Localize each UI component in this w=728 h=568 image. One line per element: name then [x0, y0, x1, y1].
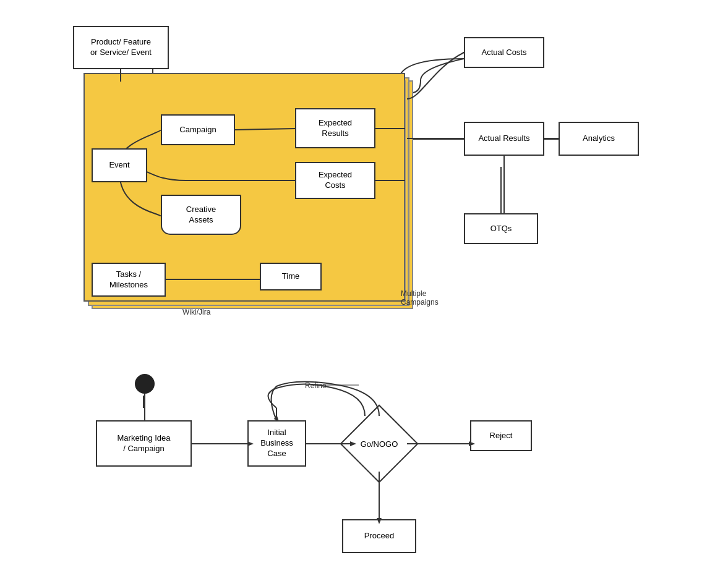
- event-label: Event: [109, 160, 129, 171]
- proceed-box: Proceed: [342, 519, 416, 553]
- initial-business-case-box: InitialBusinessCase: [247, 420, 306, 467]
- marketing-idea-label: Marketing Idea/ Campaign: [118, 433, 171, 454]
- diagram-container: Product/ Featureor Service/ Event Campai…: [0, 0, 728, 568]
- product-label: Product/ Featureor Service/ Event: [90, 37, 152, 58]
- actual-costs-label: Actual Costs: [482, 48, 527, 58]
- expected-costs-box: ExpectedCosts: [295, 162, 375, 199]
- initial-business-case-label: InitialBusinessCase: [260, 428, 293, 459]
- creative-assets-label: CreativeAssets: [186, 205, 216, 226]
- time-label: Time: [282, 271, 299, 282]
- reject-box: Reject: [470, 420, 532, 451]
- marketing-idea-box: Marketing Idea/ Campaign: [96, 420, 192, 467]
- product-box: Product/ Featureor Service/ Event: [73, 26, 169, 69]
- expected-results-label: ExpectedResults: [319, 118, 352, 139]
- wiki-jira-label: Wiki/Jira: [182, 308, 210, 316]
- campaign-box: Campaign: [161, 114, 235, 145]
- actual-costs-box: Actual Costs: [464, 37, 544, 68]
- go-nogo-label: Go/NOGO: [351, 416, 407, 472]
- multiple-campaigns-label: MultipleCampaigns: [401, 289, 439, 307]
- otqs-box: OTQs: [464, 213, 538, 244]
- time-box: Time: [260, 263, 322, 290]
- actual-results-box: Actual Results: [464, 122, 544, 156]
- event-box: Event: [92, 148, 147, 182]
- otqs-label: OTQs: [490, 224, 512, 234]
- actual-results-label: Actual Results: [478, 134, 529, 144]
- start-circle: [135, 374, 155, 394]
- creative-assets-box: CreativeAssets: [161, 195, 241, 235]
- campaign-label: Campaign: [179, 125, 216, 135]
- reject-label: Reject: [490, 431, 513, 441]
- expected-costs-label: ExpectedCosts: [319, 170, 352, 191]
- go-nogo-diamond-container: Go/NOGO: [351, 416, 407, 472]
- analytics-box: Analytics: [559, 122, 639, 156]
- proceed-label: Proceed: [364, 531, 394, 541]
- expected-results-box: ExpectedResults: [295, 108, 375, 148]
- tasks-label: Tasks /Milestones: [109, 269, 148, 290]
- analytics-label: Analytics: [583, 134, 615, 144]
- tasks-box: Tasks /Milestones: [92, 263, 166, 297]
- refine-label: Refine: [305, 381, 327, 390]
